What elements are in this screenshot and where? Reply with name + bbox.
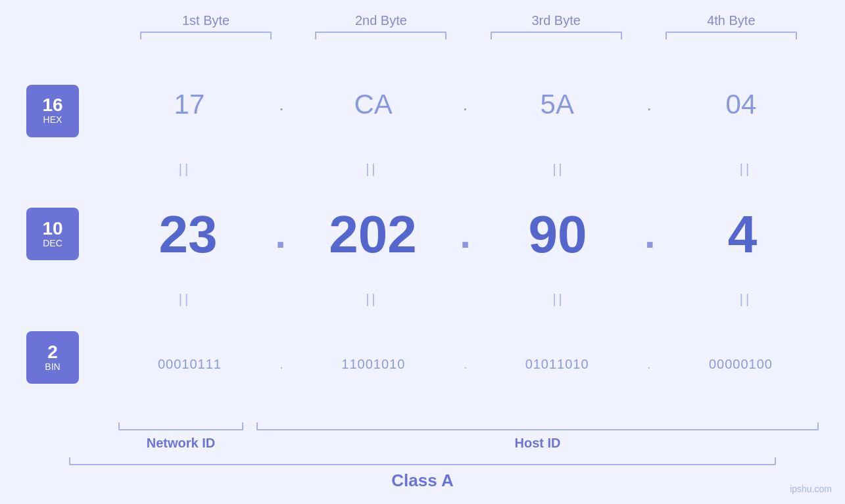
host-id-section: Host ID — [256, 423, 819, 451]
hex-byte3: 5A — [491, 89, 623, 120]
hex-dot2: . — [463, 94, 468, 115]
hex-dot3: . — [646, 94, 652, 115]
sep2-byte3: || — [493, 292, 625, 307]
bin-dot2: . — [464, 357, 468, 372]
separator-row-2: || || || || — [112, 289, 819, 309]
byte2-header: 2nd Byte — [315, 13, 447, 28]
dec-badge: 10 DEC — [26, 208, 79, 260]
network-id-label: Network ID — [147, 436, 215, 451]
byte2-top-bracket — [315, 32, 447, 39]
dec-byte4: 4 — [677, 204, 808, 265]
bin-badge: 2 BIN — [26, 331, 79, 384]
watermark: ipshu.com — [790, 484, 832, 494]
hex-byte4: 04 — [675, 89, 807, 120]
dec-dot1: . — [275, 215, 286, 254]
dec-byte1: 23 — [122, 204, 254, 265]
byte1-header: 1st Byte — [140, 13, 272, 28]
dec-row: 23 . 202 . 90 . 4 — [112, 179, 819, 290]
bin-byte2: 11001010 — [308, 357, 439, 372]
hex-badge-label: HEX — [43, 114, 62, 126]
sep2-byte1: || — [119, 292, 251, 307]
host-id-label: Host ID — [515, 436, 561, 451]
bin-row: 00010111 . 11001010 . 01011010 . 0000010… — [112, 309, 819, 419]
bin-dot3: . — [647, 357, 651, 372]
byte4-header: 4th Byte — [665, 13, 797, 28]
bin-byte4: 00000100 — [675, 357, 806, 372]
bin-byte3: 01011010 — [491, 357, 623, 372]
class-row: Class A — [26, 457, 819, 491]
hex-row: 17 . CA . 5A . 04 — [112, 49, 819, 160]
bin-badge-number: 2 — [47, 343, 58, 361]
bin-badge-label: BIN — [45, 361, 60, 373]
hex-byte2: CA — [308, 89, 439, 120]
dec-dot3: . — [644, 215, 656, 254]
byte1-top-bracket — [140, 32, 272, 39]
sep1-byte3: || — [493, 162, 625, 177]
sep2-byte2: || — [306, 292, 437, 307]
badges-column: 16 HEX 10 DEC 2 BIN — [26, 49, 112, 419]
values-grid: 17 . CA . 5A . 04 || || || || 23 — [112, 49, 819, 419]
byte3-top-bracket — [491, 32, 622, 39]
bin-byte1: 00010111 — [124, 357, 255, 372]
dec-badge-number: 10 — [42, 219, 62, 238]
sep1-byte1: || — [119, 162, 251, 177]
host-id-bracket — [256, 423, 819, 430]
dec-byte2: 202 — [307, 204, 439, 265]
hex-badge-number: 16 — [42, 96, 62, 114]
byte4-top-bracket — [665, 32, 797, 39]
dec-dot2: . — [460, 215, 471, 254]
hex-dot1: . — [279, 94, 284, 115]
dec-badge-label: DEC — [43, 238, 62, 249]
sep2-byte4: || — [680, 292, 811, 307]
separator-row-1: || || || || — [112, 160, 819, 179]
dec-byte3: 90 — [492, 204, 623, 265]
class-a-bracket — [69, 457, 776, 465]
byte3-header: 3rd Byte — [491, 13, 622, 28]
sep1-byte4: || — [680, 162, 811, 177]
network-id-section: Network ID — [112, 423, 250, 451]
bin-dot1: . — [279, 357, 283, 372]
hex-byte1: 17 — [124, 89, 255, 120]
class-a-label: Class A — [391, 470, 453, 491]
hex-badge: 16 HEX — [26, 85, 79, 137]
network-id-bracket — [118, 423, 243, 430]
sep1-byte2: || — [306, 162, 437, 177]
bottom-brackets: Network ID Host ID — [26, 423, 819, 451]
